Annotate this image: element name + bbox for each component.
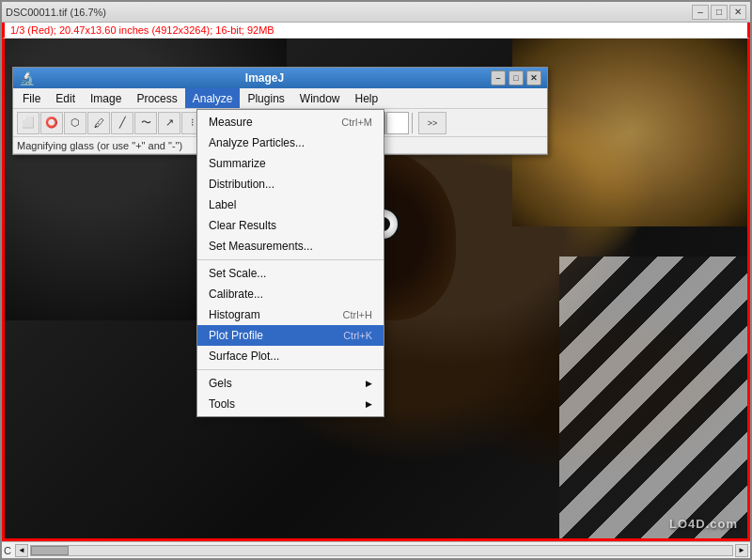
outer-window-title: DSC00011.tif (16.7%) [6,7,106,18]
plot-profile-label: Plot Profile [209,329,263,342]
outer-maximize-button[interactable]: □ [711,5,728,20]
gels-label: Gels [209,377,232,390]
menu-surface-plot[interactable]: Surface Plot... [197,346,384,366]
tool-freehand[interactable]: 🖊 [87,112,110,134]
menu-gels[interactable]: Gels ▶ [197,373,384,394]
outer-titlebar: DSC00011.tif (16.7%) – □ ✕ [2,2,750,23]
outer-close-button[interactable]: ✕ [729,5,746,20]
outer-minimize-button[interactable]: – [692,5,709,20]
horizontal-scrollbar[interactable] [30,545,733,556]
menu-plugins[interactable]: Plugins [240,88,291,108]
imagej-icon: 🔬 [19,70,35,86]
menu-process[interactable]: Process [129,88,184,108]
menu-plot-profile[interactable]: Plot Profile Ctrl+K [197,325,384,346]
hint-text: Magnifying glass (or use "+" and "-") [17,140,182,151]
label-label: Label [209,198,236,211]
more-tools-button[interactable]: >> [418,112,446,134]
menu-help[interactable]: Help [348,88,386,108]
menu-set-scale[interactable]: Set Scale... [197,263,384,284]
menu-clear-results[interactable]: Clear Results [197,215,384,236]
calibrate-label: Calibrate... [209,288,263,301]
imagej-titlebar: 🔬 ImageJ – □ ✕ [13,68,547,88]
menu-label[interactable]: Label [197,194,384,215]
summarize-label: Summarize [209,157,266,170]
blanket-stripes [559,257,747,538]
measure-label: Measure [209,116,253,129]
tool-line[interactable]: ╱ [111,112,133,134]
menu-measure[interactable]: Measure Ctrl+M [197,112,384,132]
imagej-close-button[interactable]: ✕ [526,70,541,86]
tool-arrow[interactable]: ↗ [158,112,180,134]
set-measurements-label: Set Measurements... [209,240,313,253]
imagej-minimize-button[interactable]: – [491,70,506,86]
tool-oval[interactable]: ⭕ [40,112,63,134]
distribution-label: Distribution... [209,178,274,191]
outer-window: DSC00011.tif (16.7%) – □ ✕ 1/3 (Red); 20… [0,0,752,560]
imagej-window: 🔬 ImageJ – □ ✕ File Edit Image Process A… [12,67,548,155]
scroll-right-button[interactable]: ► [735,544,748,557]
menu-set-measurements[interactable]: Set Measurements... [197,236,384,257]
watermark-logo: LO4D.com [669,517,738,531]
analyze-dropdown-menu: Measure Ctrl+M Analyze Particles... Summ… [196,109,384,417]
menu-tools[interactable]: Tools ▶ [197,394,384,414]
menu-edit[interactable]: Edit [48,88,83,108]
menu-window[interactable]: Window [292,88,348,108]
gels-submenu-arrow: ▶ [366,379,372,388]
menu-analyze[interactable]: Analyze [185,88,241,108]
menu-summarize[interactable]: Summarize [197,153,384,174]
tools-submenu-arrow: ▶ [366,399,372,409]
menu-histogram[interactable]: Histogram Ctrl+H [197,304,384,325]
measure-shortcut: Ctrl+M [341,117,372,128]
histogram-shortcut: Ctrl+H [343,309,372,320]
menu-separator-1 [197,259,384,260]
imagej-window-controls: – □ ✕ [491,70,541,86]
tools-label: Tools [209,397,235,411]
background-color[interactable] [386,112,409,134]
bottom-status-bar: C ◄ ► [2,541,750,558]
outer-window-controls: – □ ✕ [692,5,746,20]
imagej-title: ImageJ [245,71,284,85]
menu-image[interactable]: Image [83,88,129,108]
set-scale-label: Set Scale... [209,267,266,280]
scroll-left-button[interactable]: ◄ [15,544,28,557]
tool-freehand-line[interactable]: 〜 [134,112,157,134]
image-info-bar: 1/3 (Red); 20.47x13.60 inches (4912x3264… [2,23,750,39]
tool-polygon[interactable]: ⬡ [64,112,86,134]
menu-analyze-particles[interactable]: Analyze Particles... [197,132,384,153]
surface-plot-label: Surface Plot... [209,350,279,363]
analyze-particles-label: Analyze Particles... [209,136,305,149]
imagej-menubar: File Edit Image Process Analyze Plugins … [13,88,547,109]
plot-profile-shortcut: Ctrl+K [343,330,372,341]
imagej-maximize-button[interactable]: □ [509,70,524,86]
status-label: C [4,545,11,556]
toolbar-separator-3 [412,113,415,133]
menu-file[interactable]: File [15,88,48,108]
menu-calibrate[interactable]: Calibrate... [197,284,384,304]
scrollbar-thumb[interactable] [31,546,69,555]
image-display-area: LO4D.com 🔬 ImageJ – □ ✕ File Edit Image … [2,39,750,541]
menu-separator-2 [197,369,384,370]
tool-rectangle[interactable]: ⬜ [17,112,39,134]
histogram-label: Histogram [209,308,260,321]
menu-distribution[interactable]: Distribution... [197,174,384,194]
clear-results-label: Clear Results [209,219,276,232]
